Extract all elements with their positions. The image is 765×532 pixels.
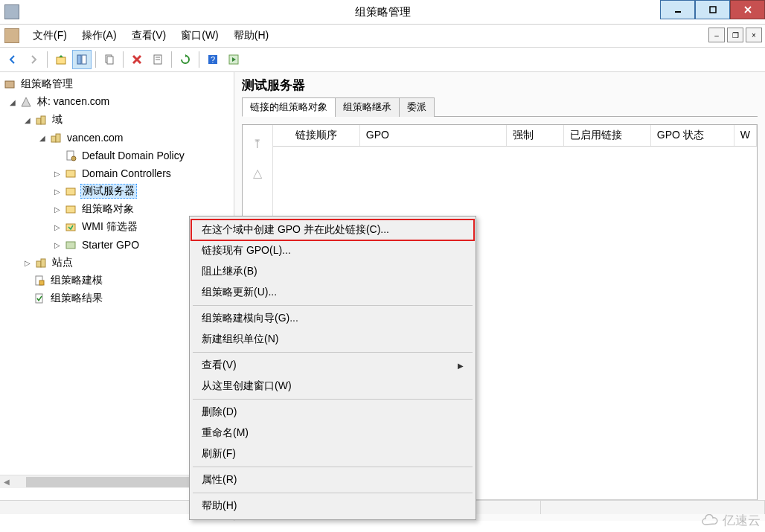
tree-label: Starter GPO <box>80 238 141 251</box>
svg-rect-20 <box>41 116 45 124</box>
gpmc-icon <box>3 78 16 90</box>
col-gpo-status[interactable]: GPO 状态 <box>651 125 734 146</box>
ctx-rename[interactable]: 重命名(M) <box>191 423 474 443</box>
tab-delegation[interactable]: 委派 <box>399 97 435 117</box>
starter-icon <box>64 239 77 251</box>
expander-icon[interactable]: ◢ <box>22 115 33 125</box>
svg-rect-6 <box>82 55 86 64</box>
copy-button[interactable] <box>100 50 119 69</box>
expander-icon[interactable]: ▷ <box>52 240 63 250</box>
folder-icon <box>64 203 77 215</box>
svg-rect-30 <box>36 261 41 267</box>
ctx-modeling-wizard[interactable]: 组策略建模向导(G)... <box>191 308 474 329</box>
refresh-button[interactable] <box>176 50 195 69</box>
col-link-enabled[interactable]: 已启用链接 <box>564 125 651 146</box>
svg-rect-22 <box>56 134 60 142</box>
help-button[interactable]: ? <box>203 50 223 69</box>
tree-label: 站点 <box>51 255 74 270</box>
svg-point-24 <box>71 156 76 161</box>
col-w[interactable]: W <box>734 125 757 146</box>
svg-rect-8 <box>107 57 113 64</box>
ctx-block-inheritance[interactable]: 阻止继承(B) <box>191 261 474 282</box>
tree-default-policy[interactable]: Default Domain Policy <box>0 147 234 164</box>
ctx-help[interactable]: 帮助(H) <box>191 496 474 516</box>
ctx-label: 在这个域中创建 GPO 并在此处链接(C)... <box>202 223 389 237</box>
tab-linked-gpo[interactable]: 链接的组策略对象 <box>242 97 336 117</box>
tree-domain[interactable]: ◢ vancen.com <box>0 129 234 147</box>
ctx-delete[interactable]: 删除(D) <box>191 402 474 423</box>
ctx-new-ou[interactable]: 新建组织单位(N) <box>191 329 474 350</box>
ctx-new-window[interactable]: 从这里创建窗口(W) <box>191 376 474 397</box>
menu-window[interactable]: 窗口(W) <box>173 26 226 45</box>
mdi-restore-button[interactable]: ❐ <box>727 28 743 42</box>
svg-rect-26 <box>66 188 75 195</box>
forward-button[interactable] <box>24 50 43 69</box>
col-enforced[interactable]: 强制 <box>507 125 564 146</box>
ctx-properties[interactable]: 属性(R) <box>191 469 474 490</box>
tree-dc[interactable]: ▷ Domain Controllers <box>0 164 234 182</box>
tree-label: 域 <box>51 112 64 127</box>
ctx-refresh[interactable]: 刷新(F) <box>191 443 474 464</box>
tree-forest[interactable]: ◢ 林: vancen.com <box>0 93 234 111</box>
col-gpo[interactable]: GPO <box>360 125 507 146</box>
mmc-icon <box>4 28 19 43</box>
mdi-minimize-button[interactable]: – <box>708 28 725 42</box>
ctx-separator <box>193 399 473 400</box>
svg-text:?: ? <box>211 55 215 64</box>
properties-button[interactable] <box>148 50 167 69</box>
ctx-label: 阻止继承(B) <box>202 265 257 278</box>
watermark-text: 亿速云 <box>723 512 761 529</box>
expander-icon[interactable]: ▷ <box>52 222 63 232</box>
tab-inheritance[interactable]: 组策略继承 <box>335 97 400 117</box>
window-buttons <box>660 0 765 19</box>
ctx-separator <box>193 467 473 467</box>
tree-test-ou[interactable]: ▷ 测试服务器 <box>0 182 234 200</box>
close-button[interactable] <box>730 0 765 19</box>
ou-icon <box>64 185 77 197</box>
watermark: 亿速云 <box>700 512 761 529</box>
move-up-icon[interactable]: △ <box>253 166 262 180</box>
ctx-link-existing[interactable]: 链接现有 GPO(L)... <box>191 240 474 261</box>
toolbar-sep <box>171 51 172 68</box>
tree-root[interactable]: 组策略管理 <box>0 75 234 93</box>
expander-icon[interactable]: ▷ <box>52 204 63 214</box>
expander-icon[interactable]: ◢ <box>7 97 18 107</box>
menu-action[interactable]: 操作(A) <box>74 26 124 45</box>
ctx-separator <box>193 305 473 306</box>
svg-rect-19 <box>36 118 41 124</box>
ctx-label: 从这里创建窗口(W) <box>202 379 292 393</box>
cloud-icon <box>700 514 720 528</box>
ctx-view[interactable]: 查看(V)▶ <box>191 355 474 376</box>
expander-icon[interactable]: ▷ <box>22 257 33 268</box>
expander-icon[interactable]: ◢ <box>37 132 48 143</box>
show-hide-tree-button[interactable] <box>72 50 92 69</box>
expander-icon[interactable]: ▷ <box>52 186 63 196</box>
menu-help[interactable]: 帮助(H) <box>226 26 276 45</box>
ctx-label: 链接现有 GPO(L)... <box>202 244 291 257</box>
tree-domains[interactable]: ◢ 域 <box>0 111 234 129</box>
ctx-label: 查看(V) <box>202 359 237 372</box>
col-link-order[interactable]: 链接顺序 <box>273 125 360 146</box>
svg-rect-4 <box>57 57 65 64</box>
menu-file[interactable]: 文件(F) <box>25 26 74 45</box>
action-pane-button[interactable] <box>224 50 243 69</box>
move-top-icon[interactable]: ⤒ <box>252 137 262 151</box>
tree-label: 林: vancen.com <box>36 94 111 109</box>
context-menu: 在这个域中创建 GPO 并在此处链接(C)... 链接现有 GPO(L)... … <box>189 216 476 520</box>
expander-icon[interactable]: ▷ <box>52 168 63 179</box>
menu-view[interactable]: 查看(V) <box>124 26 174 45</box>
svg-rect-5 <box>77 55 81 64</box>
toolbar-sep <box>199 51 199 68</box>
ctx-gp-update[interactable]: 组策略更新(U)... <box>191 282 474 303</box>
ctx-label: 组策略建模向导(G)... <box>202 312 298 325</box>
scroll-thumb[interactable] <box>26 477 190 487</box>
ctx-create-gpo-link[interactable]: 在这个域中创建 GPO 并在此处链接(C)... <box>191 219 474 240</box>
mdi-close-button[interactable]: × <box>746 28 762 42</box>
scroll-left-icon[interactable]: ◀ <box>0 478 13 486</box>
delete-button[interactable] <box>127 50 147 69</box>
back-button[interactable] <box>3 50 22 69</box>
maximize-button[interactable] <box>695 0 730 19</box>
minimize-button[interactable] <box>660 0 695 19</box>
tree-label: 组策略管理 <box>19 77 74 92</box>
up-button[interactable] <box>51 50 71 69</box>
